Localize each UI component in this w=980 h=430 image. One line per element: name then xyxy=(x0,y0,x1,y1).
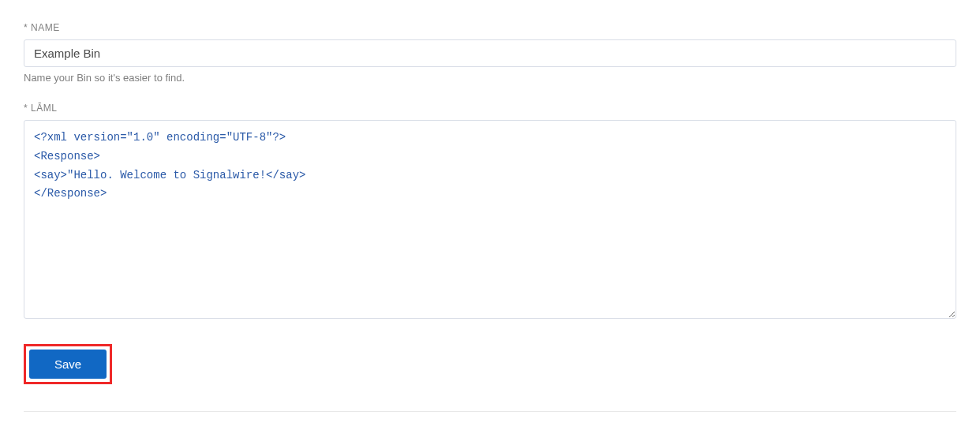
name-help-text: Name your Bin so it's easier to find. xyxy=(24,72,956,84)
laml-textarea[interactable] xyxy=(24,120,956,319)
name-input[interactable] xyxy=(24,39,956,67)
save-button-highlight: Save xyxy=(24,344,112,384)
name-field-label: * NAME xyxy=(24,22,956,33)
section-divider xyxy=(24,411,956,412)
laml-field-label: * LĀML xyxy=(24,103,956,114)
save-button[interactable]: Save xyxy=(29,350,107,379)
